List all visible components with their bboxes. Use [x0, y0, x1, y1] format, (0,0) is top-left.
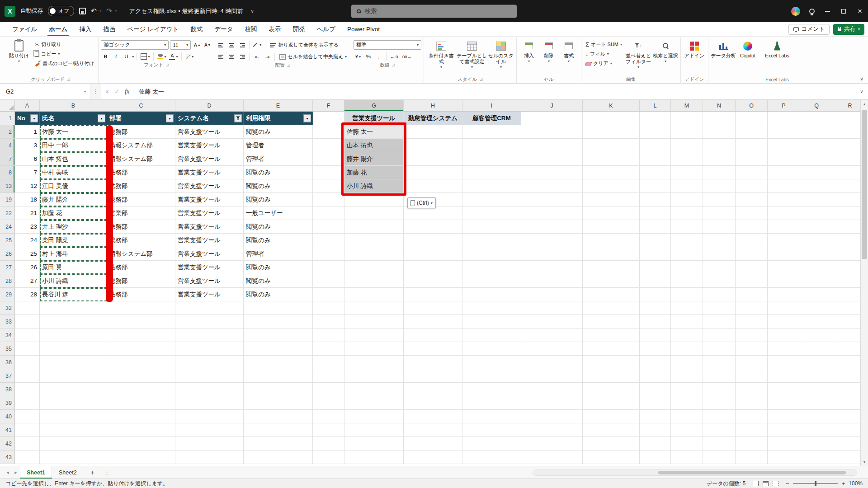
cell-L35[interactable]: [640, 342, 671, 356]
cell-M29[interactable]: [671, 288, 703, 301]
cell-E32[interactable]: [244, 301, 313, 315]
cell-O43[interactable]: [736, 450, 768, 464]
cell-P13[interactable]: [768, 179, 800, 193]
cell-H35[interactable]: [404, 342, 462, 356]
cell-A42[interactable]: [15, 437, 40, 450]
column-header-P[interactable]: P: [768, 100, 800, 111]
redo-dropdown-icon[interactable]: [115, 9, 117, 13]
cell-C35[interactable]: [107, 342, 175, 356]
column-header-D[interactable]: D: [175, 100, 244, 111]
cell-N26[interactable]: [703, 247, 736, 261]
delete-cells-button[interactable]: 削除: [539, 38, 559, 64]
cell-I4[interactable]: [462, 139, 521, 152]
row-header-34[interactable]: 34: [0, 328, 15, 342]
row-header-36[interactable]: 36: [0, 356, 15, 369]
cell-B42[interactable]: [40, 437, 107, 450]
cell-N39[interactable]: [703, 396, 736, 410]
cell-L8[interactable]: [640, 166, 671, 179]
cell-Q7[interactable]: [800, 152, 833, 166]
cell-Q35[interactable]: [800, 342, 833, 356]
cell-O39[interactable]: [736, 396, 768, 410]
cell-M32[interactable]: [671, 301, 703, 315]
cell-C28[interactable]: 総務部: [107, 274, 175, 288]
cell-O40[interactable]: [736, 410, 768, 423]
sort-filter-button[interactable]: 並べ替えとフィルター: [624, 38, 653, 70]
cell-B27[interactable]: 原田 翼: [40, 261, 107, 274]
cell-I22[interactable]: [462, 206, 521, 220]
cell-E22[interactable]: 一般ユーザー: [244, 206, 313, 220]
cell-G22[interactable]: [344, 206, 404, 220]
cell-M41[interactable]: [671, 423, 703, 437]
cell-P38[interactable]: [768, 383, 800, 396]
cell-P27[interactable]: [768, 261, 800, 274]
increase-indent-button[interactable]: [263, 52, 272, 61]
cell-J37[interactable]: [521, 369, 583, 383]
cell-C32[interactable]: [107, 301, 175, 315]
cell-L42[interactable]: [640, 437, 671, 450]
column-header-O[interactable]: O: [736, 100, 768, 111]
cell-J40[interactable]: [521, 410, 583, 423]
cell-M24[interactable]: [671, 220, 703, 234]
cell-M25[interactable]: [671, 234, 703, 247]
ribbon-collapse-icon[interactable]: [860, 76, 863, 82]
cell-P36[interactable]: [768, 356, 800, 369]
cell-G41[interactable]: [344, 423, 404, 437]
column-header-L[interactable]: L: [640, 100, 671, 111]
cell-D24[interactable]: 営業支援ツール: [175, 220, 244, 234]
cell-I42[interactable]: [462, 437, 521, 450]
cell-J25[interactable]: [521, 234, 583, 247]
cell-D22[interactable]: 営業支援ツール: [175, 206, 244, 220]
cell-A40[interactable]: [15, 410, 40, 423]
cell-K2[interactable]: [583, 125, 640, 139]
increase-decimal-button[interactable]: ←.0: [389, 52, 399, 61]
maximize-button[interactable]: [840, 9, 847, 14]
paste-options-button[interactable]: (Ctrl): [407, 197, 436, 208]
cell-J33[interactable]: [521, 315, 583, 328]
cell-I34[interactable]: [462, 328, 521, 342]
cell-K4[interactable]: [583, 139, 640, 152]
document-title[interactable]: アクセス権限.xlsx • 最終更新日時: 4 時間前: [129, 7, 243, 15]
percent-style-button[interactable]: %: [364, 52, 373, 61]
horizontal-scrollbar[interactable]: [533, 469, 857, 476]
cell-K8[interactable]: [583, 166, 640, 179]
cell-K26[interactable]: [583, 247, 640, 261]
cell-A22[interactable]: 21: [15, 206, 40, 220]
cell-M42[interactable]: [671, 437, 703, 450]
cell-A19[interactable]: 18: [15, 193, 40, 206]
cell-I40[interactable]: [462, 410, 521, 423]
cell-O38[interactable]: [736, 383, 768, 396]
cell-I41[interactable]: [462, 423, 521, 437]
cell-A2[interactable]: 1: [15, 125, 40, 139]
cell-O4[interactable]: [736, 139, 768, 152]
cell-H25[interactable]: [404, 234, 462, 247]
cell-H41[interactable]: [404, 423, 462, 437]
cell-K43[interactable]: [583, 450, 640, 464]
horizontal-scroll-thumb[interactable]: [658, 471, 846, 474]
ribbon-tab-6[interactable]: データ: [208, 22, 239, 36]
cell-L24[interactable]: [640, 220, 671, 234]
align-middle-button[interactable]: [227, 41, 236, 50]
cell-H24[interactable]: [404, 220, 462, 234]
row-header-19[interactable]: 19: [0, 193, 15, 206]
cell-J1[interactable]: [521, 112, 583, 125]
cell-J43[interactable]: [521, 450, 583, 464]
zoom-level[interactable]: 100%: [849, 480, 863, 487]
row-header-42[interactable]: 42: [0, 437, 15, 450]
cell-J19[interactable]: [521, 193, 583, 206]
row-header-38[interactable]: 38: [0, 383, 15, 396]
filter-button-B1[interactable]: [98, 114, 105, 122]
copilot-button[interactable]: Copilot: [736, 38, 760, 59]
cell-I19[interactable]: [462, 193, 521, 206]
cell-D2[interactable]: 営業支援ツール: [175, 125, 244, 139]
cell-N19[interactable]: [703, 193, 736, 206]
cell-K37[interactable]: [583, 369, 640, 383]
cell-D4[interactable]: 営業支援ツール: [175, 139, 244, 152]
row-header-37[interactable]: 37: [0, 369, 15, 383]
cell-L41[interactable]: [640, 423, 671, 437]
save-icon[interactable]: [79, 8, 86, 14]
cell-M34[interactable]: [671, 328, 703, 342]
cell-C24[interactable]: 法務部: [107, 220, 175, 234]
cell-Q33[interactable]: [800, 315, 833, 328]
cell-L13[interactable]: [640, 179, 671, 193]
clear-button[interactable]: クリア: [584, 59, 624, 68]
